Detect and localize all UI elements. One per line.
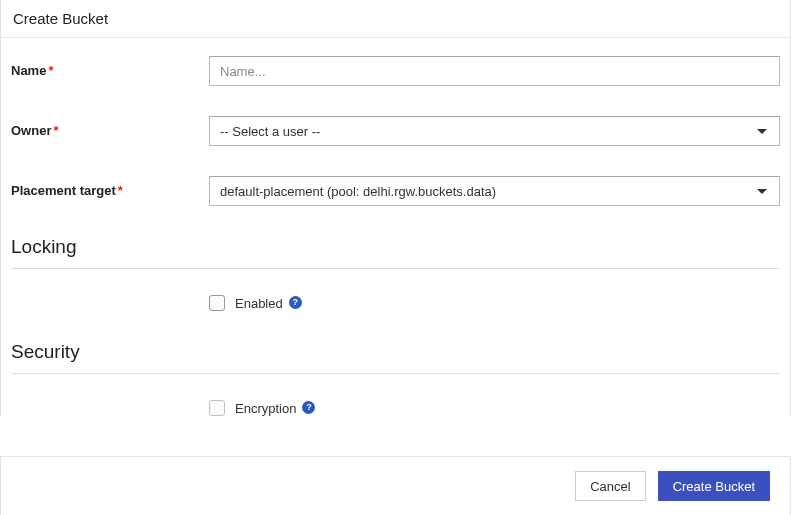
label-owner: Owner* <box>11 123 209 139</box>
page-title: Create Bucket <box>1 0 790 38</box>
row-name: Name* <box>11 56 780 86</box>
label-owner-text: Owner <box>11 123 51 138</box>
required-indicator: * <box>48 63 53 78</box>
help-icon[interactable]: ? <box>289 296 302 309</box>
name-input[interactable] <box>209 56 780 86</box>
divider <box>11 373 780 374</box>
locking-enabled-label: Enabled <box>235 296 283 311</box>
owner-select-value: -- Select a user -- <box>220 124 320 139</box>
create-bucket-panel: Create Bucket Name* Owner* -- Select a u… <box>0 0 791 416</box>
create-bucket-button[interactable]: Create Bucket <box>658 471 770 501</box>
help-icon[interactable]: ? <box>302 401 315 414</box>
row-locking-enabled: Enabled ? <box>11 295 780 311</box>
field-placement-target: default-placement (pool: delhi.rgw.bucke… <box>209 176 780 206</box>
label-placement-target: Placement target* <box>11 183 209 199</box>
placement-target-select[interactable]: default-placement (pool: delhi.rgw.bucke… <box>209 176 780 206</box>
owner-select[interactable]: -- Select a user -- <box>209 116 780 146</box>
chevron-down-icon <box>757 189 767 194</box>
required-indicator: * <box>53 123 58 138</box>
row-placement-target: Placement target* default-placement (poo… <box>11 176 780 206</box>
label-placement-target-text: Placement target <box>11 183 116 198</box>
field-owner: -- Select a user -- <box>209 116 780 146</box>
row-security-encryption: Encryption ? <box>11 400 780 416</box>
form-body: Name* Owner* -- Select a user -- Placeme… <box>1 38 790 416</box>
section-title-locking: Locking <box>11 236 780 258</box>
footer: Cancel Create Bucket <box>0 456 791 515</box>
chevron-down-icon <box>757 129 767 134</box>
encryption-checkbox[interactable] <box>209 400 225 416</box>
field-name <box>209 56 780 86</box>
cancel-button[interactable]: Cancel <box>575 471 645 501</box>
divider <box>11 268 780 269</box>
row-owner: Owner* -- Select a user -- <box>11 116 780 146</box>
label-name-text: Name <box>11 63 46 78</box>
placement-target-select-value: default-placement (pool: delhi.rgw.bucke… <box>220 184 496 199</box>
locking-enabled-checkbox[interactable] <box>209 295 225 311</box>
encryption-label: Encryption <box>235 401 296 416</box>
required-indicator: * <box>118 183 123 198</box>
section-title-security: Security <box>11 341 780 363</box>
label-name: Name* <box>11 63 209 79</box>
